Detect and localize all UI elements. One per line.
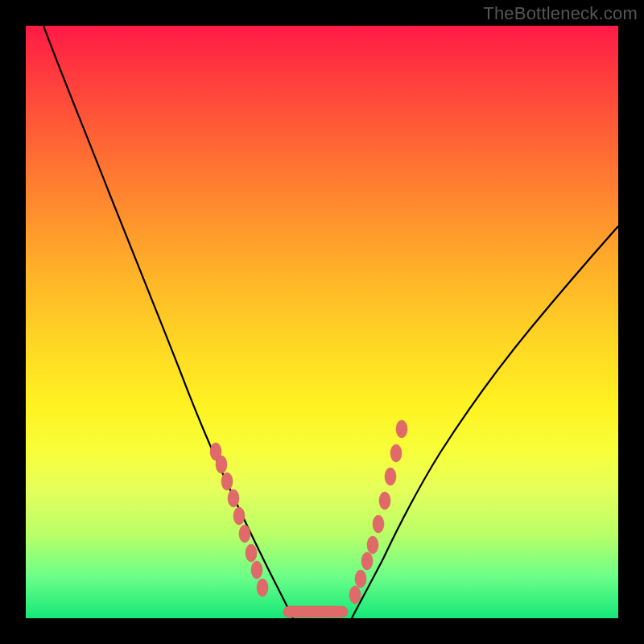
left-curve	[43, 26, 293, 618]
svg-point-10	[355, 570, 366, 588]
svg-point-14	[379, 492, 390, 510]
svg-rect-18	[283, 606, 348, 617]
svg-point-4	[233, 507, 245, 525]
watermark-text: TheBottleneck.com	[483, 3, 638, 24]
svg-point-3	[228, 489, 239, 507]
bottom-bar	[283, 606, 348, 617]
svg-point-5	[239, 525, 250, 543]
right-curve	[352, 226, 618, 618]
svg-point-13	[373, 515, 384, 533]
svg-point-17	[396, 420, 407, 438]
svg-point-7	[251, 561, 262, 579]
chart-plot-area	[26, 26, 618, 618]
svg-point-1	[216, 456, 227, 473]
left-dots	[210, 443, 268, 597]
svg-point-16	[390, 444, 402, 462]
right-dots	[349, 420, 407, 604]
chart-svg	[26, 26, 618, 618]
svg-point-15	[385, 468, 396, 485]
svg-point-9	[349, 586, 361, 604]
svg-point-11	[361, 552, 373, 570]
svg-point-6	[246, 544, 257, 562]
svg-point-12	[367, 536, 378, 554]
chart-frame: TheBottleneck.com	[0, 0, 644, 644]
svg-point-2	[221, 473, 233, 490]
svg-point-8	[257, 579, 268, 597]
